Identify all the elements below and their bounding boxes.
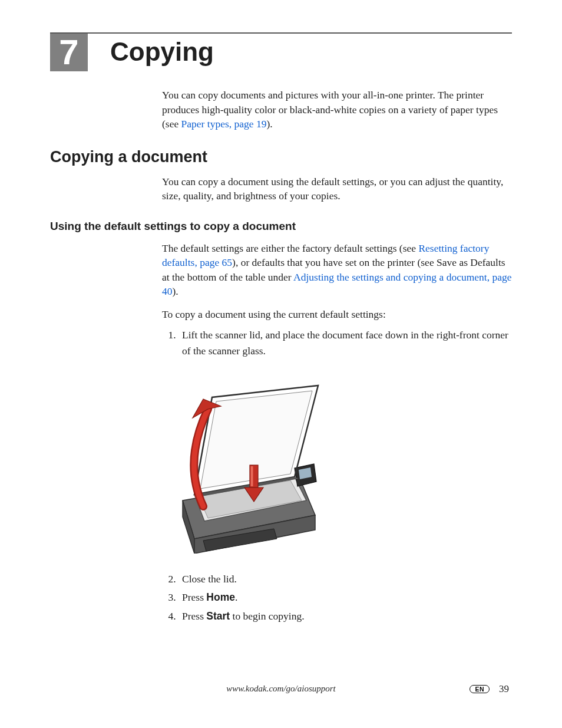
link-paper-types[interactable]: Paper types, page 19	[181, 118, 267, 130]
language-badge: EN	[470, 685, 490, 693]
printer-scanner-lid-illustration	[162, 377, 339, 554]
steps-list-cont: Close the lid. Press Home. Press Start t…	[178, 571, 512, 624]
footer-url: www.kodak.com/go/aiosupport	[226, 684, 336, 694]
intro-paragraph: You can copy documents and pictures with…	[162, 88, 512, 131]
chapter-header: 7 Copying	[50, 34, 512, 71]
steps-list: Lift the scanner lid, and place the docu…	[178, 327, 512, 359]
step-3: Press Home.	[178, 589, 512, 605]
chapter-title: Copying	[110, 37, 214, 67]
section-heading-copying-document: Copying a document	[50, 148, 512, 166]
step-2: Close the lid.	[178, 571, 512, 587]
home-button-label: Home	[206, 591, 235, 603]
step-1: Lift the scanner lid, and place the docu…	[178, 327, 512, 359]
section2-paragraph1: The default settings are either the fact…	[162, 241, 512, 299]
section1-paragraph: You can copy a document using the defaul…	[162, 174, 512, 203]
svg-rect-14	[251, 466, 253, 486]
page-footer: www.kodak.com/go/aiosupport EN 39	[0, 684, 562, 694]
start-button-label: Start	[206, 610, 230, 622]
step-4: Press Start to begin copying.	[178, 608, 512, 624]
chapter-number-badge: 7	[50, 34, 88, 71]
subsection-heading-default-settings: Using the default settings to copy a doc…	[50, 220, 512, 233]
section2-paragraph2: To copy a document using the current def…	[162, 307, 512, 322]
page-number: 39	[499, 683, 509, 695]
